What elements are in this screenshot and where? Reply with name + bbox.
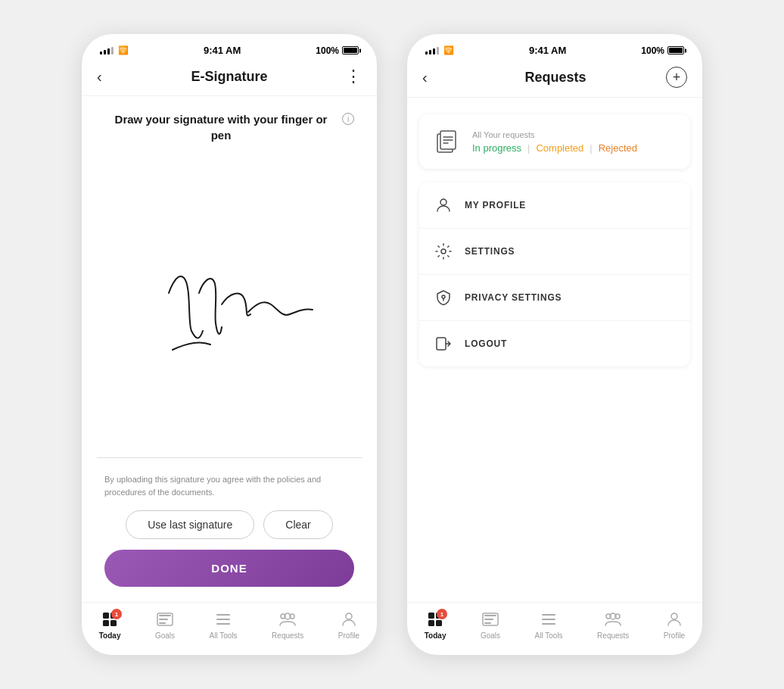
disclaimer-text: By uploading this signature you agree wi…: [82, 466, 377, 510]
add-button[interactable]: +: [666, 67, 687, 88]
nav-today-label-2: Today: [425, 631, 446, 640]
today-icon-wrapper-2: 1: [426, 610, 444, 628]
gear-icon: [434, 242, 453, 260]
shield-icon: [434, 288, 453, 307]
document-stack-icon: [433, 128, 460, 155]
logout-icon: [434, 335, 453, 353]
requests-header: ‹ Requests +: [407, 61, 702, 98]
privacy-settings-menu-icon: [433, 287, 454, 308]
nav-today-2[interactable]: 1 Today: [425, 610, 446, 640]
instruction-text: Draw your signature with your finger or …: [104, 111, 338, 143]
requests-content: All Your requests In progress | Complete…: [407, 98, 702, 602]
clock-2: 9:41 AM: [529, 45, 566, 56]
battery-icon-2: [667, 46, 684, 55]
filter-in-progress[interactable]: In progress: [472, 142, 521, 154]
esig-content: Draw your signature with your finger or …: [82, 96, 377, 602]
esig-action-buttons: Use last signature Clear: [82, 510, 377, 550]
nav-today[interactable]: 1 Today: [99, 610, 121, 640]
requests-page-title: Requests: [524, 70, 586, 86]
phone-requests: 🛜 9:41 AM 100% ‹ Requests +: [407, 34, 702, 655]
banner-content: All Your requests In progress | Complete…: [472, 130, 678, 154]
menu-item-logout[interactable]: LOGOUT: [419, 321, 690, 366]
requests-icon: [278, 610, 297, 628]
nav-goals-label: Goals: [155, 631, 175, 640]
my-profile-label: MY PROFILE: [465, 200, 526, 210]
nav-all-tools-2[interactable]: All Tools: [535, 610, 563, 640]
nav-requests-label-2: Requests: [597, 631, 629, 640]
svg-rect-0: [103, 613, 109, 619]
signal-icon: [100, 47, 114, 55]
svg-point-11: [346, 613, 352, 619]
today-badge-2: 1: [437, 609, 447, 619]
nav-all-tools-label-2: All Tools: [535, 631, 563, 640]
esig-header: ‹ E-Signature ⋮: [82, 61, 377, 96]
nav-profile-label: Profile: [338, 631, 359, 640]
info-icon[interactable]: i: [342, 113, 354, 125]
goals-icon-2: [481, 610, 499, 628]
banner-doc-icon: [431, 126, 462, 157]
wifi-icon-2: 🛜: [443, 45, 454, 55]
phone-esignature: 🛜 9:41 AM 100% ‹ E-Signature ⋮ Draw your…: [82, 34, 377, 655]
battery-area-2: 100%: [641, 45, 684, 56]
filter-rejected[interactable]: Rejected: [599, 142, 637, 154]
today-badge: 1: [111, 609, 122, 619]
filter-sep-1: |: [527, 142, 530, 154]
menu-list: MY PROFILE SETTINGS: [419, 182, 690, 366]
banner-filters: In progress | Completed | Rejected: [472, 142, 678, 154]
svg-rect-21: [437, 338, 446, 350]
profile-icon: [340, 610, 358, 628]
more-button[interactable]: ⋮: [339, 67, 362, 86]
status-bar-2: 🛜 9:41 AM 100%: [407, 34, 702, 61]
profile-menu-icon: [433, 195, 454, 216]
nav-profile[interactable]: Profile: [338, 610, 359, 640]
clear-button[interactable]: Clear: [263, 510, 332, 539]
svg-rect-22: [428, 613, 434, 619]
signal-icon-2: [425, 47, 439, 55]
clock: 9:41 AM: [204, 45, 241, 56]
all-tools-icon-2: [540, 610, 558, 628]
nav-all-tools[interactable]: All Tools: [210, 610, 238, 640]
svg-rect-2: [103, 620, 109, 626]
svg-rect-24: [428, 620, 434, 626]
person-icon: [434, 196, 453, 214]
done-button[interactable]: DONE: [104, 550, 354, 587]
profile-icon-2: [665, 610, 683, 628]
nav-requests[interactable]: Requests: [272, 610, 303, 640]
instruction-area: Draw your signature with your finger or …: [82, 96, 377, 151]
svg-point-18: [441, 249, 446, 254]
nav-all-tools-label: All Tools: [210, 631, 238, 640]
wifi-icon: 🛜: [118, 45, 129, 55]
banner-section: All Your requests In progress | Complete…: [407, 98, 702, 182]
battery-percent: 100%: [316, 45, 339, 56]
battery-percent-2: 100%: [641, 45, 664, 56]
battery-icon: [342, 46, 359, 55]
back-button-2[interactable]: ‹: [422, 69, 445, 86]
svg-point-17: [440, 199, 446, 205]
request-banner: All Your requests In progress | Complete…: [419, 114, 690, 169]
battery-area: 100%: [316, 45, 359, 56]
signature-canvas[interactable]: [97, 158, 362, 458]
back-button[interactable]: ‹: [97, 68, 120, 86]
menu-item-my-profile[interactable]: MY PROFILE: [419, 182, 690, 229]
nav-profile-2[interactable]: Profile: [664, 610, 685, 640]
filter-completed[interactable]: Completed: [536, 142, 583, 154]
menu-item-privacy-settings[interactable]: PRIVACY SETTINGS: [419, 275, 690, 321]
nav-goals[interactable]: Goals: [155, 610, 175, 640]
bottom-nav-1: 1 Today Goals All Tools: [82, 602, 377, 655]
banner-label: All Your requests: [472, 130, 678, 139]
use-last-signature-button[interactable]: Use last signature: [126, 510, 254, 539]
settings-menu-icon: [433, 241, 454, 262]
nav-requests-2[interactable]: Requests: [597, 610, 629, 640]
svg-rect-25: [436, 620, 442, 626]
svg-rect-3: [110, 620, 117, 626]
nav-goals-2[interactable]: Goals: [481, 610, 500, 640]
goals-icon: [156, 610, 174, 628]
signature-drawing: [97, 232, 362, 384]
logout-label: LOGOUT: [465, 338, 507, 349]
privacy-settings-label: PRIVACY SETTINGS: [465, 292, 562, 303]
menu-item-settings[interactable]: SETTINGS: [419, 229, 690, 275]
nav-today-label: Today: [99, 631, 121, 640]
logout-menu-icon: [433, 333, 454, 354]
nav-goals-label-2: Goals: [481, 631, 500, 640]
signal-area-2: 🛜: [425, 45, 454, 55]
